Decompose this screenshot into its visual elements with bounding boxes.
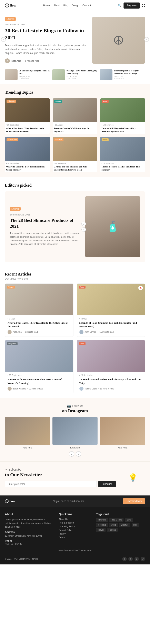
editors-section-title: Editor's picked [5, 183, 145, 188]
nav-design[interactable]: Design [72, 4, 79, 7]
nav-logo[interactable]: ✦ flow [5, 4, 16, 8]
insta-next-btn[interactable]: › [76, 451, 81, 456]
small-article-1-image [5, 70, 18, 80]
tag-music[interactable]: Music [109, 523, 118, 527]
trending-grid: Lifestyle • 25 September After a Few Dat… [5, 98, 145, 172]
trend-card-1-image: Lifestyle [5, 98, 50, 122]
article-card-4-read-time: 13 mins to read [100, 388, 114, 390]
search-icon[interactable]: 🔍 [118, 4, 121, 7]
nav-blog[interactable]: Blog [63, 4, 68, 7]
tag-tips[interactable]: Tips & Trick [109, 518, 123, 522]
footer-grid: About Lorem ipsum dolor sit amet, consec… [5, 512, 145, 545]
footer-link-contact[interactable]: Contact [59, 536, 91, 538]
hero-section: ‹ Lifestyle September 21, 2021 30 Best L… [0, 11, 150, 68]
insta-prev-btn[interactable]: ‹ [69, 451, 74, 456]
footer-link-licensing[interactable]: Licensing Policy [59, 525, 91, 528]
insta-img-2 [52, 417, 98, 445]
trend-card-6-title: 12 Best Books to Read at the Beach This … [101, 165, 144, 172]
cta-logo: ✦ flow [5, 499, 15, 503]
small-article-3-title: Essential Qualities of Highly Successful… [114, 70, 145, 75]
article-card-3-image: Magazine [5, 340, 73, 372]
trend-card-4[interactable]: Travel Tips • 24 September Where to Scor… [5, 137, 50, 172]
trend-card-1[interactable]: Lifestyle • 25 September After a Few Dat… [5, 98, 50, 134]
insta-img-1 [5, 417, 50, 445]
article-card-3-meta: • 29 September [8, 374, 71, 376]
article-card-2-bookmark-icon[interactable]: 🔖 [138, 286, 143, 290]
footer-link-help[interactable]: Help & Support [59, 522, 91, 524]
article-card-1-read-time: 9 mins to read [25, 331, 38, 333]
hero-next-arrow[interactable]: › [144, 37, 149, 42]
editors-content: Lifestyle September 22, 2021 The 28 Best… [10, 207, 81, 246]
navigation: ✦ flow Home! About Blog Design Contact 🔍… [0, 0, 150, 11]
editors-prev-btn[interactable]: › [82, 222, 86, 226]
small-article-2[interactable]: 9 Things I Love About Sharing My Hood Du… [52, 70, 98, 80]
nav-contact[interactable]: Contact [83, 4, 91, 7]
tag-holidays[interactable]: Holidays [96, 523, 108, 527]
tag-financial[interactable]: Financial [96, 518, 108, 522]
article-card-1-author: Kate Adia • 9 mins to read [8, 330, 71, 334]
footer-about-title: About [5, 512, 54, 516]
small-article-2-date: Oct 15, 2021 [66, 75, 98, 77]
instagram-grid: Kate Adia Kate Adia Kate Adia [5, 417, 145, 449]
newsletter-subscribe-button[interactable]: Subscribe [98, 481, 116, 487]
grid-menu-icon[interactable] [142, 4, 145, 7]
footer-link-history[interactable]: History [59, 532, 91, 535]
footer-website: www.DownloadNewThemes.com [5, 549, 145, 552]
trend-card-1-title: After a Few Dates, They Traveled to the … [6, 127, 49, 133]
hero-prev-arrow[interactable]: ‹ [1, 37, 6, 42]
small-article-3[interactable]: Essential Qualities of Highly Successful… [100, 70, 145, 80]
cta-download-button[interactable]: Download Now [123, 498, 145, 504]
tag-blog[interactable]: Blog [132, 523, 139, 527]
insta-item-2[interactable]: Kate Adia [52, 417, 98, 449]
article-card-3[interactable]: Magazine • 29 September Runner with Auti… [5, 340, 73, 393]
insta-item-3[interactable]: Kate Adia [100, 417, 145, 449]
footer-about-text: Lorem ipsum dolor sit amet, consectetur … [5, 518, 54, 529]
article-card-4-author-name: Nadine Coyle [85, 388, 97, 390]
editors-inner: Lifestyle September 22, 2021 The 28 Best… [5, 191, 145, 262]
peace-icon: ☮ [113, 33, 124, 48]
small-article-1[interactable]: 30 Best Lifestyle Blogs to Follow in 202… [5, 70, 50, 80]
nav-about[interactable]: About [54, 4, 60, 7]
facebook-icon[interactable]: f [122, 557, 127, 561]
tag-lifestyle[interactable]: Lifestyle [119, 523, 130, 527]
article-card-3-author: Sarah Harding • 12 mins to read [8, 386, 71, 391]
trend-card-2[interactable]: Health • 28 August Jessamin Stanley's 5-… [53, 98, 98, 134]
article-card-4-title: 10 Snacks a Food Writer Packs for Day Hi… [79, 378, 143, 385]
pinterest-icon[interactable]: p [134, 557, 139, 561]
trend-card-5[interactable]: Lifestyle • 12 September 5 Kinds of Food… [53, 137, 98, 172]
footer-link-about-us[interactable]: About Us [59, 518, 91, 520]
tag-style[interactable]: Style [125, 518, 133, 522]
googleplus-icon[interactable]: G+ [141, 557, 145, 561]
small-article-2-image [52, 70, 65, 80]
trend-card-2-tag: Health [54, 100, 62, 103]
cta-banner: ✦ flow All you need to build new site. D… [0, 496, 150, 507]
small-article-1-title: 30 Best Lifestyle Blogs to Follow in 202… [19, 70, 50, 75]
trend-card-6-tag: Book [102, 138, 109, 141]
cta-logo-text: flow [9, 500, 15, 503]
twitter-icon[interactable]: t [128, 557, 133, 561]
trend-card-4-title: Where to Score the Best Travel Deals on … [6, 165, 49, 172]
editors-section: Editor's picked Lifestyle September 22, … [0, 177, 150, 267]
tag-travel[interactable]: Travel [96, 528, 105, 532]
editors-next-btn[interactable]: › [82, 227, 86, 232]
tag-fighting[interactable]: Fighting [107, 528, 118, 532]
insta-name-3: Kate Adia [100, 446, 145, 449]
buy-now-button[interactable]: Buy Now [123, 2, 140, 8]
footer-link-refund[interactable]: Refund Policy [59, 529, 91, 531]
newsletter-email-input[interactable] [5, 481, 97, 487]
article-card-2[interactable]: Food 🔖 • 6 Days 5 Kinds of Food-Shamers … [77, 284, 145, 337]
article-card-1[interactable]: Travel • 9 Days After a Few Dates, They … [5, 284, 73, 337]
insta-item-1[interactable]: Kate Adia [5, 417, 50, 449]
trend-card-6[interactable]: Book • 13 September 12 Best Books to Rea… [100, 137, 145, 172]
article-card-3-author-name: Sarah Harding [13, 388, 26, 390]
footer-quicklinks-col: Quick link About Us Help & Support Licen… [59, 512, 91, 545]
insta-nav: ‹ › [5, 451, 145, 456]
logo-text: flow [10, 4, 16, 8]
nav-home[interactable]: Home! [43, 4, 50, 7]
insta-name-2: Kate Adia [52, 446, 98, 449]
small-article-2-title: 9 Things I Love About Sharing My Hood Du… [66, 70, 98, 75]
footer-tagcloud: Financial Tips & Trick Style Holidays Mu… [96, 518, 145, 532]
article-card-4[interactable]: Food • 28 September 10 Snacks a Food Wri… [77, 340, 145, 393]
trend-card-3[interactable]: Food • 10 September How an MS Diagnosis … [100, 98, 145, 134]
recent-articles-section: Recent Articles Don't Miss new trend Tra… [0, 267, 150, 398]
